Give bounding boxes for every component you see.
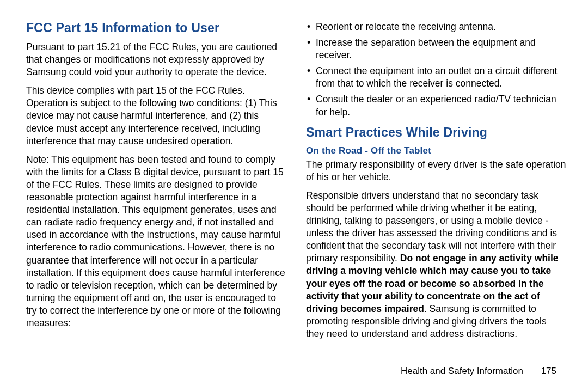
- left-column: FCC Part 15 Information to User Pursuant…: [26, 21, 286, 358]
- fcc-para-3: Note: This equipment has been tested and…: [26, 154, 286, 329]
- fcc-heading: FCC Part 15 Information to User: [26, 21, 286, 35]
- list-item: Reorient or relocate the receiving anten…: [306, 21, 566, 33]
- driving-para-2: Responsible drivers understand that no s…: [306, 189, 566, 340]
- driving-para-1: The primary responsibility of every driv…: [306, 158, 566, 183]
- page-number: 175: [541, 366, 556, 376]
- driving-subheading: On the Road - Off the Tablet: [306, 145, 566, 156]
- two-column-layout: FCC Part 15 Information to User Pursuant…: [26, 21, 566, 358]
- footer-section-label: Health and Safety Information: [401, 366, 523, 376]
- fcc-para-2: This device complies with part 15 of the…: [26, 84, 286, 147]
- right-column: Reorient or relocate the receiving anten…: [306, 21, 566, 358]
- driving-heading: Smart Practices While Driving: [306, 125, 566, 140]
- list-item: Connect the equipment into an outlet on …: [306, 65, 566, 90]
- fcc-measures-list: Reorient or relocate the receiving anten…: [306, 21, 566, 119]
- list-item: Consult the dealer or an experienced rad…: [306, 93, 566, 118]
- page-footer: Health and Safety Information 175: [401, 366, 556, 377]
- list-item: Increase the separation between the equi…: [306, 36, 566, 62]
- fcc-para-1: Pursuant to part 15.21 of the FCC Rules,…: [26, 41, 286, 78]
